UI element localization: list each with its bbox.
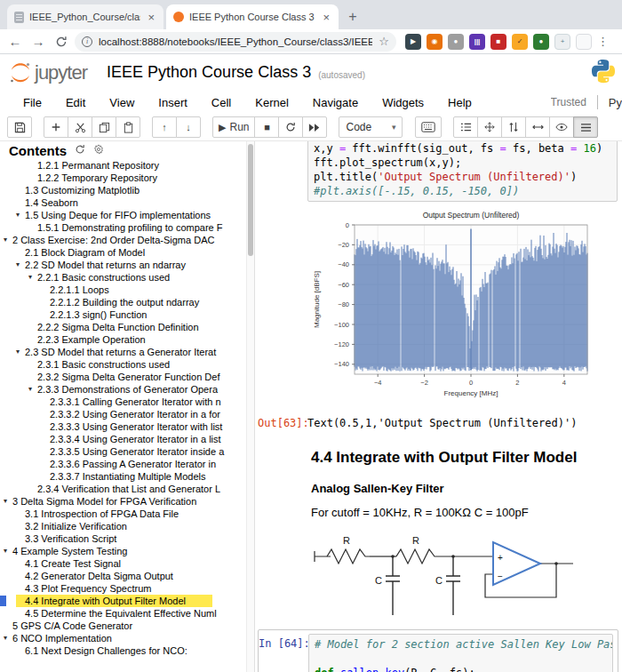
toc-reload-icon[interactable] [75,144,85,157]
toc-item[interactable]: 5 GPS C/A Code Generator [0,620,254,632]
browser-menu-icon[interactable]: ⋮ [597,35,608,48]
menu-edit[interactable]: Edit [66,96,85,109]
move-cell-up-button[interactable]: ↑ [152,116,177,138]
toc-item[interactable]: 3.2 Initialize Verification [0,520,254,532]
toc-item[interactable]: 4.5 Determine the Equivalent Effective N… [0,607,254,620]
menu-file[interactable]: File [23,96,42,109]
run-button[interactable]: ▶Run [212,116,255,138]
extension-icon[interactable]: ● [533,34,549,50]
toc-item[interactable]: ▾1.5 Using Deque for FIFO implementation… [0,209,254,221]
toc-item[interactable]: 4.2 Generator Delta Sigma Output [0,570,254,582]
table-of-contents-toggle-button[interactable] [573,116,598,138]
menu-help[interactable]: Help [448,96,472,109]
tab-close-icon[interactable]: × [321,11,331,24]
move-cell-down-button[interactable]: ↓ [176,116,201,138]
menu-insert[interactable]: Insert [158,96,187,109]
toc-item[interactable]: 1.2.1 Permanant Repository [0,159,254,172]
toc-collapse-arrow-icon[interactable]: ▾ [28,383,37,396]
toc-collapse-arrow-icon[interactable]: ▾ [4,495,12,508]
toc-item[interactable]: 2.3.3.4 Using Generator Iterator in a li… [0,433,254,445]
add-cell-button[interactable] [44,116,68,138]
sidebar-scrollbar[interactable] [246,141,254,672]
copy-cell-button[interactable] [92,116,116,138]
toc-item[interactable]: 4.4 Integrate with Output Filter Model [0,595,254,607]
paste-cell-button[interactable] [116,116,140,138]
toc-item[interactable]: 2.2.1.3 sign() Function [0,308,254,321]
cell-type-dropdown[interactable]: Code ▾ [339,116,403,138]
toc-item[interactable]: 1.4 Seaborn [0,196,254,209]
toc-settings-icon[interactable] [93,144,104,157]
extension-updown-button[interactable] [501,116,526,138]
extension-icon[interactable]: + [554,34,570,50]
menu-view[interactable]: View [109,96,134,109]
menu-cell[interactable]: Cell [211,96,231,109]
menu-widgets[interactable]: Widgets [382,96,424,109]
refresh-button[interactable] [52,32,71,52]
toc-collapse-arrow-icon[interactable]: ▾ [16,346,25,358]
toc-collapse-arrow-icon[interactable]: ▾ [4,632,12,644]
toc-item[interactable]: 4.3 Plot Frequency Spectrum [0,582,254,595]
toc-item[interactable]: 2.3.2 Sigma Delta Generator Function Def [0,371,254,383]
toc-item[interactable]: 2.2.1.2 Building the output ndarray [0,296,254,308]
browser-tab-notebook[interactable]: IEEE Python Course Class 3 × [166,4,339,29]
bookmark-star-icon[interactable]: ☆ [379,35,389,48]
toc-collapse-arrow-icon[interactable]: ▾ [16,259,25,271]
toc-item[interactable]: 6.1 Next Design Challenges for NCO: [0,644,254,657]
hide-input-button[interactable] [549,116,574,138]
back-button[interactable]: ← [5,32,25,52]
toc-item[interactable]: 4.1 Create Test Signal [0,557,254,570]
toc-collapse-arrow-icon[interactable]: ▾ [4,234,12,246]
toc-item[interactable]: 2.3.3.3 Using Generator Iterator with li… [0,420,254,433]
toc-item[interactable]: 2.3.4 Verification that List and Generat… [0,483,254,495]
toc-item[interactable]: 2.2.1.1 Loops [0,284,254,296]
tab-close-icon[interactable]: × [146,11,156,24]
code-editor[interactable]: x,y = fft.winfft(sig_out, fs = fs, beta … [307,141,618,202]
extension-leftright-button[interactable] [525,116,550,138]
toc-item[interactable]: 2.3.3.1 Calling Generator Iterator with … [0,396,254,408]
scrollbar-thumb[interactable] [248,144,253,256]
jupyter-logo[interactable]: jupyter [9,61,87,84]
new-tab-button[interactable]: + [341,5,364,28]
toc-item[interactable]: 2.3.3.2 Using Generator Iterator in a fo… [0,408,254,420]
markdown-c4ell[interactable]: 4.4 Integrate with Output Filter Model A… [258,429,622,622]
toc-item[interactable]: 2.2.3 Example Operation [0,333,254,346]
notebook-title[interactable]: IEEE Python Course Class 3 [107,63,311,82]
extension-list-button[interactable] [453,116,478,138]
save-button[interactable] [7,116,32,138]
toc-item[interactable]: ▾2.2 SD Model that returns an ndarray [0,259,254,271]
code-editor[interactable]: # Model for 2 section active Sallen Key … [308,634,613,672]
toc-collapse-arrow-icon[interactable]: ▾ [4,545,12,557]
command-palette-button[interactable] [415,116,442,138]
cut-cell-button[interactable] [68,116,92,138]
extension-icon[interactable]: ✓ [512,34,528,50]
toc-collapse-arrow-icon[interactable]: ▾ [28,271,37,284]
toc-item[interactable]: 2.3.3.7 Instantiating Multiple Models [0,470,254,483]
rss-extension-icon[interactable]: ◉ [427,34,443,50]
toc-item[interactable]: 2.3.3.5 Using Generator Iterator inside … [0,445,254,458]
toc-item[interactable]: 3.1 Introspection of FPGA Data File [0,508,254,520]
code-cell-plot-spectrum[interactable]: x,y = fft.winfft(sig_out, fs = fs, beta … [258,141,622,202]
toc-item[interactable]: 2.3.1 Basic constructions used [0,358,254,371]
toc-item[interactable]: 1.5.1 Demonstrating profiling to compare… [0,221,254,234]
toc-item[interactable]: ▾6 NCO Implementation [0,632,254,644]
toc-item[interactable]: 1.2.2 Temporary Repository [0,172,254,184]
toc-item[interactable]: ▾2 Class Exercise: 2nd Order Delta-Sigma… [0,234,254,246]
interrupt-kernel-button[interactable]: ■ [254,116,279,138]
extension-move-button[interactable] [477,116,502,138]
extension-icon[interactable]: ■ [490,34,506,50]
toc-item[interactable]: ▾2.3 SD Model that returns a Generator I… [0,346,254,358]
site-info-icon[interactable]: i [82,36,92,47]
address-input[interactable]: i localhost:8888/notebooks/IEEE_Python_C… [75,32,396,52]
toc-item[interactable]: ▾2.3.3 Demonstrations of Generator Opera [0,383,254,396]
toc-item[interactable]: 2.2.2 Sigma Delta Function Definition [0,321,254,333]
profile-avatar[interactable] [576,34,592,50]
selected-code-cell[interactable]: In [64]: # Model for 2 section active Sa… [258,629,618,672]
restart-kernel-button[interactable] [278,116,303,138]
menu-navigate[interactable]: Navigate [313,96,358,109]
toc-item[interactable]: ▾3 Delta Sigma Model for FPGA Verificati… [0,495,254,508]
forward-button[interactable]: → [28,32,48,52]
toc-collapse-arrow-icon[interactable]: ▾ [16,209,25,221]
toc-item[interactable]: 1.3 Customizing Matplotlib [0,184,254,196]
extension-icon[interactable]: ▶ [405,34,421,50]
toc-item[interactable]: ▾2.2.1 Basic constructions used [0,271,254,284]
